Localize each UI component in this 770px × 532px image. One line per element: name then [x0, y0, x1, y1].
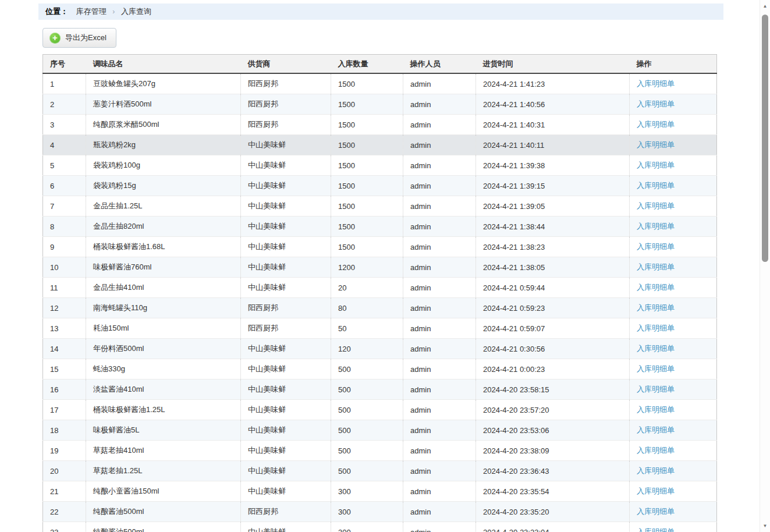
table-row[interactable]: 8金品生抽820ml中山美味鲜1500admin2024-4-21 1:38:4… [43, 217, 717, 237]
table-row[interactable]: 5袋装鸡粉100g中山美味鲜1500admin2024-4-21 1:39:38… [43, 155, 717, 176]
cell-operator: admin [403, 420, 476, 441]
table-row[interactable]: 12南海蚝罐头110g阳西厨邦80admin2024-4-21 0:59:23入… [43, 298, 717, 318]
cell-time: 2024-4-21 0:59:23 [476, 298, 630, 318]
inbound-detail-link[interactable]: 入库明细单 [637, 201, 675, 210]
inbound-detail-link[interactable]: 入库明细单 [637, 100, 675, 108]
cell-quantity: 1500 [331, 115, 403, 135]
cell-action: 入库明细单 [630, 278, 717, 298]
table-row[interactable]: 21纯酿小童酱油150ml中山美味鲜300admin2024-4-20 23:3… [43, 481, 717, 502]
inbound-detail-link[interactable]: 入库明细单 [637, 120, 675, 129]
column-header-4: 入库数量 [331, 55, 403, 74]
cell-time: 2024-4-20 23:36:43 [476, 461, 630, 481]
table-row[interactable]: 20草菇老抽1.25L中山美味鲜500admin2024-4-20 23:36:… [43, 461, 717, 481]
column-header-7: 操作 [630, 55, 717, 74]
export-excel-label: 导出为Excel [65, 33, 107, 43]
inbound-detail-link[interactable]: 入库明细单 [637, 446, 675, 455]
inbound-detail-link[interactable]: 入库明细单 [637, 303, 675, 312]
inbound-detail-link[interactable]: 入库明细单 [637, 507, 675, 516]
inbound-detail-link[interactable]: 入库明细单 [637, 425, 675, 434]
cell-quantity: 500 [331, 420, 403, 441]
inbound-detail-link[interactable]: 入库明细单 [637, 364, 675, 373]
table-row[interactable]: 6袋装鸡粉15g中山美味鲜1500admin2024-4-21 1:39:15入… [43, 176, 717, 196]
cell-supplier: 阳西厨邦 [241, 318, 331, 339]
inbound-detail-link[interactable]: 入库明细单 [637, 283, 675, 292]
cell-supplier: 中山美味鲜 [241, 380, 331, 400]
table-row[interactable]: 19草菇老抽410ml中山美味鲜500admin2024-4-20 23:38:… [43, 441, 717, 461]
cell-supplier: 中山美味鲜 [241, 339, 331, 359]
cell-operator: admin [403, 115, 476, 135]
inbound-detail-link[interactable]: 入库明细单 [637, 385, 675, 393]
cell-operator: admin [403, 502, 476, 522]
export-excel-button[interactable]: + 导出为Excel [42, 28, 116, 48]
table-row[interactable]: 15蚝油330g中山美味鲜500admin2024-4-21 0:00:23入库… [43, 359, 717, 380]
table-row[interactable]: 4瓶装鸡粉2kg中山美味鲜1500admin2024-4-21 1:40:11入… [43, 135, 717, 155]
cell-seq: 12 [43, 298, 86, 318]
inbound-detail-link[interactable]: 入库明细单 [637, 181, 675, 190]
cell-supplier: 中山美味鲜 [241, 441, 331, 461]
cell-action: 入库明细单 [630, 420, 717, 441]
table-row[interactable]: 23纯酿酱油500ml中山美味鲜300admin2024-4-20 23:23:… [43, 522, 717, 532]
inbound-detail-link[interactable]: 入库明细单 [637, 344, 675, 353]
table-row[interactable]: 10味极鲜酱油760ml中山美味鲜1200admin2024-4-21 1:38… [43, 257, 717, 278]
inbound-detail-link[interactable]: 入库明细单 [637, 527, 675, 532]
inbound-detail-link[interactable]: 入库明细单 [637, 242, 675, 251]
cell-product-name: 袋装鸡粉100g [86, 155, 241, 176]
table-row[interactable]: 22纯酿酱油500ml阳西厨邦300admin2024-4-20 23:35:2… [43, 502, 717, 522]
cell-supplier: 中山美味鲜 [241, 400, 331, 420]
cell-action: 入库明细单 [630, 339, 717, 359]
inbound-detail-link[interactable]: 入库明细单 [637, 161, 675, 169]
inbound-detail-link[interactable]: 入库明细单 [637, 79, 675, 88]
cell-action: 入库明细单 [630, 196, 717, 217]
inbound-detail-link[interactable]: 入库明细单 [637, 405, 675, 414]
table-row[interactable]: 9桶装味极鲜酱油1.68L中山美味鲜1500admin2024-4-21 1:3… [43, 237, 717, 257]
inbound-detail-link[interactable]: 入库明细单 [637, 487, 675, 495]
cell-action: 入库明细单 [630, 461, 717, 481]
cell-time: 2024-4-21 1:39:15 [476, 176, 630, 196]
plus-circle-icon: + [49, 33, 61, 44]
cell-product-name: 瓶装鸡粉2kg [86, 135, 241, 155]
cell-supplier: 阳西厨邦 [241, 94, 331, 115]
cell-product-name: 袋装鸡粉15g [86, 176, 241, 196]
page-content: 位置： 库存管理 › 入库查询 + 导出为Excel 序号调味品名供货商入库数量… [38, 3, 723, 532]
breadcrumb-item-inbound-query[interactable]: 入库查询 [121, 7, 151, 16]
cell-time: 2024-4-21 1:39:38 [476, 155, 630, 176]
cell-product-name: 年份料酒500ml [86, 339, 241, 359]
inbound-detail-link[interactable]: 入库明细单 [637, 140, 675, 149]
cell-time: 2024-4-20 23:23:04 [476, 522, 630, 532]
cell-time: 2024-4-21 0:59:07 [476, 318, 630, 339]
inbound-detail-link[interactable]: 入库明细单 [637, 466, 675, 475]
cell-supplier: 阳西厨邦 [241, 502, 331, 522]
cell-quantity: 1500 [331, 73, 403, 94]
cell-product-name: 纯酿原浆米醋500ml [86, 115, 241, 135]
table-row[interactable]: 3纯酿原浆米醋500ml阳西厨邦1500admin2024-4-21 1:40:… [43, 115, 717, 135]
cell-product-name: 豆豉鲮鱼罐头207g [86, 73, 241, 94]
breadcrumb-item-inventory-management[interactable]: 库存管理 [76, 7, 107, 16]
scroll-up-icon[interactable]: ▲ [760, 1, 770, 11]
table-row[interactable]: 2葱姜汁料酒500ml阳西厨邦1500admin2024-4-21 1:40:5… [43, 94, 717, 115]
table-row[interactable]: 17桶装味极鲜酱油1.25L中山美味鲜500admin2024-4-20 23:… [43, 400, 717, 420]
cell-supplier: 中山美味鲜 [241, 359, 331, 380]
cell-quantity: 80 [331, 298, 403, 318]
scrollbar-thumb[interactable] [762, 15, 768, 262]
cell-quantity: 300 [331, 502, 403, 522]
table-row[interactable]: 11金品生抽410ml中山美味鲜20admin2024-4-21 0:59:44… [43, 278, 717, 298]
inbound-detail-link[interactable]: 入库明细单 [637, 263, 675, 271]
table-row[interactable]: 7金品生抽1.25L中山美味鲜1500admin2024-4-21 1:39:0… [43, 196, 717, 217]
vertical-scrollbar[interactable]: ▲ ▼ [760, 0, 770, 532]
table-row[interactable]: 14年份料酒500ml中山美味鲜120admin2024-4-21 0:30:5… [43, 339, 717, 359]
cell-quantity: 500 [331, 461, 403, 481]
cell-quantity: 1500 [331, 176, 403, 196]
table-row[interactable]: 1豆豉鲮鱼罐头207g阳西厨邦1500admin2024-4-21 1:41:2… [43, 73, 717, 94]
table-row[interactable]: 16淡盐酱油410ml中山美味鲜500admin2024-4-20 23:58:… [43, 380, 717, 400]
inbound-detail-link[interactable]: 入库明细单 [637, 324, 675, 332]
inbound-detail-link[interactable]: 入库明细单 [637, 222, 675, 230]
table-row[interactable]: 18味极鲜酱油5L中山美味鲜500admin2024-4-20 23:53:06… [43, 420, 717, 441]
cell-seq: 8 [43, 217, 86, 237]
scroll-down-icon[interactable]: ▼ [760, 521, 770, 531]
cell-operator: admin [403, 196, 476, 217]
cell-quantity: 1500 [331, 196, 403, 217]
cell-action: 入库明细单 [630, 400, 717, 420]
breadcrumb: 位置： 库存管理 › 入库查询 [38, 3, 723, 20]
cell-supplier: 中山美味鲜 [241, 217, 331, 237]
table-row[interactable]: 13耗油150ml阳西厨邦50admin2024-4-21 0:59:07入库明… [43, 318, 717, 339]
